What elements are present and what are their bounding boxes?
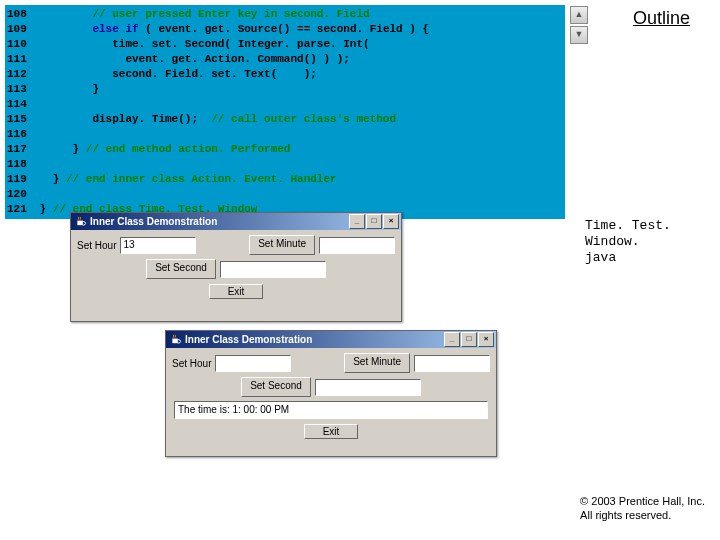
set-minute-button[interactable]: Set Minute — [249, 235, 315, 255]
line-number: 108 — [5, 7, 33, 22]
line-number: 113 — [5, 82, 33, 97]
set-minute-button[interactable]: Set Minute — [344, 353, 410, 373]
minute-field[interactable] — [319, 237, 395, 254]
svg-rect-1 — [172, 339, 178, 344]
code-listing: 108 // user pressed Enter key in second.… — [5, 5, 565, 219]
maximize-icon: □ — [467, 334, 472, 343]
line-number: 117 — [5, 142, 33, 157]
code-comment: // call outer class's method — [211, 113, 396, 125]
second-field[interactable] — [220, 261, 326, 278]
minimize-button[interactable]: _ — [349, 214, 365, 229]
hour-field[interactable]: 13 — [120, 237, 196, 254]
line-number: 111 — [5, 52, 33, 67]
exit-button[interactable]: Exit — [209, 284, 264, 299]
minimize-icon: _ — [355, 216, 359, 225]
demo-window-2: Inner Class Demonstration _ □ × Set Hour… — [165, 330, 497, 457]
arrow-down-icon: ▼ — [575, 29, 584, 39]
maximize-button[interactable]: □ — [366, 214, 382, 229]
set-second-button[interactable]: Set Second — [241, 377, 311, 397]
window-title: Inner Class Demonstration — [185, 331, 312, 348]
outline-heading: Outline — [633, 8, 690, 29]
svg-rect-0 — [77, 221, 83, 226]
scroll-up-button[interactable]: ▲ — [570, 6, 588, 24]
line-number: 115 — [5, 112, 33, 127]
code-comment: // end inner class Action. Event. Handle… — [66, 173, 337, 185]
exit-button[interactable]: Exit — [304, 424, 359, 439]
window-title: Inner Class Demonstration — [90, 213, 217, 230]
set-hour-label: Set Hour — [172, 358, 211, 369]
code-keyword: else if — [92, 23, 138, 35]
minimize-icon: _ — [450, 334, 454, 343]
copyright-text: © 2003 Prentice Hall, Inc. All rights re… — [580, 494, 705, 522]
close-icon: × — [389, 216, 394, 225]
minimize-button[interactable]: _ — [444, 332, 460, 347]
set-second-button[interactable]: Set Second — [146, 259, 216, 279]
java-icon — [170, 334, 182, 345]
java-icon — [75, 216, 87, 227]
hour-field[interactable] — [215, 355, 291, 372]
arrow-up-icon: ▲ — [575, 9, 584, 19]
filename-label: Time. Test. Window. java — [585, 218, 705, 266]
line-number: 116 — [5, 127, 33, 142]
time-display: The time is: 1: 00: 00 PM — [174, 401, 488, 419]
line-number: 120 — [5, 187, 33, 202]
close-button[interactable]: × — [478, 332, 494, 347]
line-number: 109 — [5, 22, 33, 37]
scroll-arrows: ▲ ▼ — [570, 6, 586, 46]
line-number: 118 — [5, 157, 33, 172]
second-field[interactable] — [315, 379, 421, 396]
line-number: 110 — [5, 37, 33, 52]
code-comment: // end method action. Performed — [86, 143, 291, 155]
maximize-button[interactable]: □ — [461, 332, 477, 347]
line-number: 121 — [5, 202, 33, 217]
line-number: 119 — [5, 172, 33, 187]
titlebar[interactable]: Inner Class Demonstration _ □ × — [71, 213, 401, 230]
line-number: 114 — [5, 97, 33, 112]
close-icon: × — [484, 334, 489, 343]
minute-field[interactable] — [414, 355, 490, 372]
code-comment: // user pressed Enter key in second. Fie… — [92, 8, 369, 20]
maximize-icon: □ — [372, 216, 377, 225]
scroll-down-button[interactable]: ▼ — [570, 26, 588, 44]
demo-window-1: Inner Class Demonstration _ □ × Set Hour… — [70, 212, 402, 322]
close-button[interactable]: × — [383, 214, 399, 229]
titlebar[interactable]: Inner Class Demonstration _ □ × — [166, 331, 496, 348]
line-number: 112 — [5, 67, 33, 82]
set-hour-label: Set Hour — [77, 240, 116, 251]
